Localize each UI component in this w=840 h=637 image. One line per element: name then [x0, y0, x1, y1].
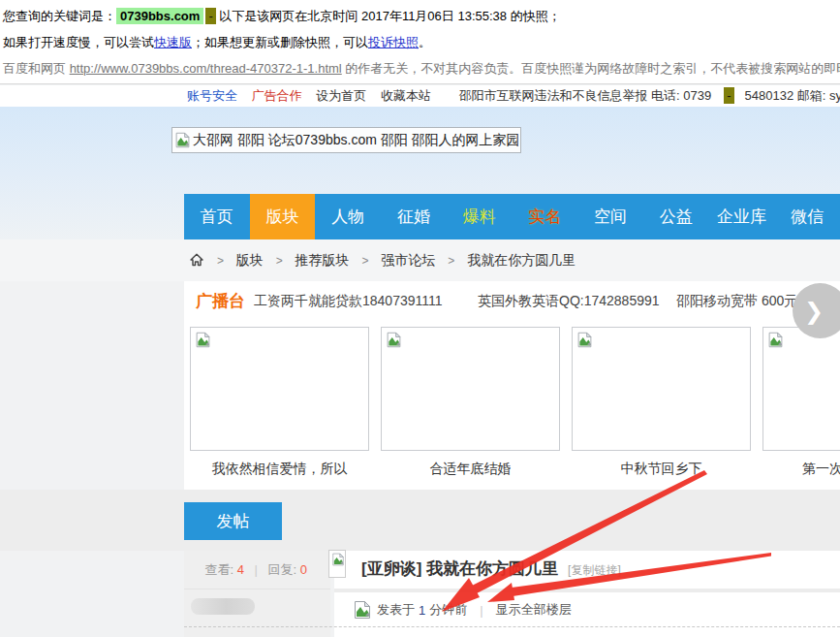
nav-item-space[interactable]: 空间: [577, 194, 643, 239]
broken-image-icon: [353, 600, 372, 620]
ads-coop-link[interactable]: 广告合作: [252, 88, 302, 103]
site-logo-placeholder[interactable]: 大邵网 邵阳 论坛0739bbs.com 邵阳 邵阳人的网上家园: [171, 127, 521, 153]
main-nav: 首页 版块 人物 征婚 爆料 实名 空间 公益 企业库 微信: [184, 194, 840, 239]
broadcast-label: 广播台: [196, 290, 245, 312]
thread-title-row: [亚卵谈] 我就在你方圆几里[复制链接]: [361, 557, 621, 580]
post-meta-row: 发表于 1 分钟前 | 显示全部楼层: [353, 599, 572, 621]
query-keyword-highlight: 0739bbs.com: [116, 8, 203, 24]
baidu-snapshot-page: 您查询的关键词是：0739bbs.com- 以下是该网页在北京时间 2017年1…: [0, 0, 840, 637]
account-security-link[interactable]: 账号安全: [187, 88, 237, 103]
report-pre: 邵阳市互联网违法和不良信息举报 电话: 0739: [459, 88, 712, 103]
nav-item-realname[interactable]: 实名: [513, 194, 578, 239]
title-divider: [334, 589, 840, 592]
chevron-right-icon: ❯: [804, 298, 824, 324]
show-all-floors-link[interactable]: 显示全部楼层: [496, 601, 572, 619]
dashed-divider: [184, 626, 840, 627]
breadcrumb-item-city-forum[interactable]: 强市论坛: [381, 252, 435, 268]
report-info-text: 邵阳市互联网违法和不良信息举报 电话: 0739-5480132 邮箱: sys…: [459, 88, 840, 103]
report-post: 5480132 邮箱: syswwgb@126.co: [745, 88, 840, 103]
nav-item-charity[interactable]: 公益: [643, 194, 709, 239]
gallery-image-placeholder-4[interactable]: [762, 327, 840, 451]
site-logo-alt-text: 大邵网 邵阳 论坛0739bbs.com 邵阳 邵阳人的网上家园: [193, 132, 520, 149]
broadcast-ad-1[interactable]: 工资两千就能贷款18407391111: [254, 293, 443, 310]
broadcast-card: 广播台 工资两千就能贷款18407391111 英国外教英语QQ:1742885…: [184, 281, 840, 490]
toolbar-strip: [0, 490, 840, 551]
keyword-dash-highlight: -: [205, 8, 215, 24]
broken-image-icon: [174, 132, 191, 148]
broken-image-icon: [767, 332, 784, 348]
nav-item-wechat[interactable]: 微信: [774, 194, 840, 239]
slow-hint-text: 如果打开速度慢，可以尝试: [3, 35, 154, 49]
nav-item-people[interactable]: 人物: [315, 194, 381, 239]
site-links-bar: 账号安全 广告合作 设为首页 收藏本站 邵阳市互联网违法和不良信息举报 电话: …: [0, 85, 840, 107]
posted-time-value: 1: [419, 603, 425, 618]
breadcrumb-item-thread: 我就在你方圆几里: [467, 252, 576, 268]
breadcrumb: > 版块 > 推荐版块 > 强市论坛 > 我就在你方圆几里: [0, 239, 840, 281]
gallery-caption-4[interactable]: 第一次: [762, 461, 840, 478]
nav-item-forums-active[interactable]: 版块: [250, 194, 316, 239]
broken-image-icon: [386, 332, 402, 348]
snapshot-line-1: 您查询的关键词是：0739bbs.com- 以下是该网页在北京时间 2017年1…: [3, 3, 840, 29]
broken-image-icon: [576, 332, 593, 348]
breadcrumb-separator: >: [448, 254, 454, 268]
breadcrumb-item-recommended[interactable]: 推荐版块: [296, 252, 350, 268]
broadcast-ad-3[interactable]: 邵阳移动宽带 600元/: [676, 293, 801, 310]
gallery-image-placeholder-2[interactable]: [381, 327, 560, 451]
update-hint-text: ；如果想更新或删除快照，可以: [192, 35, 368, 49]
broken-image-icon: [331, 553, 345, 566]
thread-title: [亚卵谈] 我就在你方圆几里: [361, 559, 558, 578]
set-home-link[interactable]: 设为首页: [316, 88, 366, 103]
posted-prefix: 发表于: [377, 601, 415, 619]
meta-separator: |: [480, 603, 482, 618]
broken-image-icon: [195, 332, 211, 348]
breadcrumb-separator: >: [361, 254, 368, 268]
snapshot-header: 您查询的关键词是：0739bbs.com- 以下是该网页在北京时间 2017年1…: [0, 0, 840, 84]
report-dash-highlight: -: [724, 87, 733, 104]
new-post-button[interactable]: 发帖: [184, 502, 282, 540]
replies-count: 0: [300, 562, 307, 577]
home-icon[interactable]: [189, 252, 204, 268]
favorite-link[interactable]: 收藏本站: [381, 88, 431, 103]
nav-item-marriage[interactable]: 征婚: [381, 194, 447, 239]
gallery-caption-3[interactable]: 中秋节回乡下: [572, 461, 751, 478]
thread-stats: 查看: 4 | 回复: 0: [184, 551, 330, 589]
carousel-next-button[interactable]: ❯: [793, 283, 840, 338]
views-count: 4: [237, 562, 244, 577]
nav-item-home[interactable]: 首页: [184, 194, 250, 239]
period-text: 。: [419, 35, 431, 49]
breadcrumb-separator: >: [217, 254, 224, 268]
thread-panel: [亚卵谈] 我就在你方圆几里[复制链接] 发表于 1 分钟前 | 显示全部楼层: [334, 551, 840, 637]
gallery-caption-1[interactable]: 我依然相信爱情，所以: [190, 461, 369, 478]
views-label: 查看:: [204, 562, 233, 577]
disclaimer-prefix: 百度和网页: [3, 61, 70, 76]
broadcast-ad-2[interactable]: 英国外教英语QQ:1742885991: [478, 293, 660, 310]
snapshot-time-text: 以下是该网页在北京时间 2017年11月06日 13:55:38 的快照；: [219, 9, 560, 23]
breadcrumb-separator: >: [276, 254, 283, 268]
posted-time-unit: 分钟前: [429, 601, 467, 619]
gallery-image-placeholder-3[interactable]: [572, 327, 751, 451]
source-url-link[interactable]: http://www.0739bbs.com/thread-470372-1-1…: [70, 61, 342, 76]
disclaimer-suffix: 的作者无关，不对其内容负责。百度快照谨为网络故障时之索引，不代表被搜索网站的即时: [342, 61, 840, 76]
thread-side-column: 查看: 4 | 回复: 0: [184, 551, 330, 637]
breadcrumb-item-forums[interactable]: 版块: [236, 252, 264, 268]
blurred-username-placeholder: [191, 598, 255, 615]
nav-item-companies[interactable]: 企业库: [709, 194, 775, 239]
copy-link-button[interactable]: [复制链接]: [568, 563, 621, 577]
gallery-image-placeholder-1[interactable]: [190, 327, 369, 451]
gallery-caption-2[interactable]: 合适年底结婚: [381, 461, 560, 478]
fast-version-link[interactable]: 快速版: [154, 35, 192, 49]
corner-image-placeholder: [328, 550, 346, 578]
snapshot-line-3: 百度和网页 http://www.0739bbs.com/thread-4703…: [3, 55, 840, 81]
query-label: 您查询的关键词是：: [3, 9, 116, 23]
complain-snapshot-link[interactable]: 投诉快照: [368, 35, 419, 49]
nav-item-tips[interactable]: 爆料: [447, 194, 513, 239]
replies-label: 回复:: [268, 562, 297, 577]
stats-separator: |: [255, 562, 258, 577]
snapshot-line-2: 如果打开速度慢，可以尝试快速版；如果想更新或删除快照，可以投诉快照。: [3, 29, 840, 55]
